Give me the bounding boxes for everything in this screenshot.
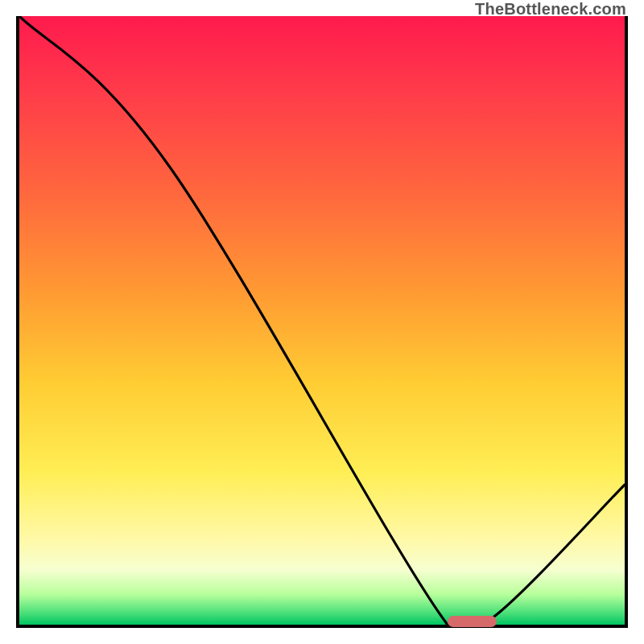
valley-marker	[448, 616, 497, 627]
chart-stage: TheBottleneck.com	[0, 0, 644, 644]
curve-path	[19, 16, 625, 625]
plot-area	[16, 16, 628, 628]
bottleneck-curve	[19, 16, 625, 625]
